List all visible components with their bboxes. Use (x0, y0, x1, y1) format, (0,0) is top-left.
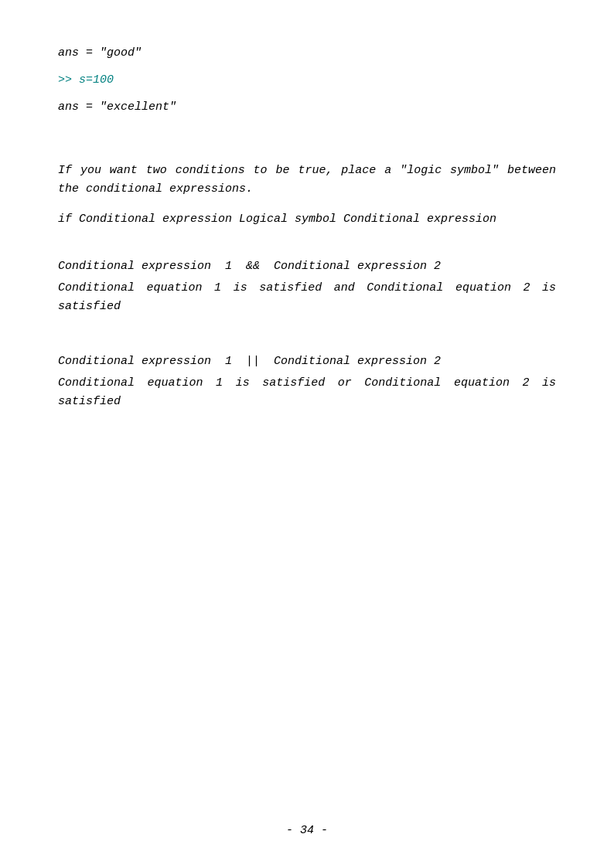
page: ans = "good" >> s=100 ans = "excellent" … (0, 0, 614, 868)
and-operator-row: Conditional expression 1 && Conditional … (58, 260, 556, 273)
prompt-line: >> s=100 (58, 73, 556, 87)
and-expression-text: Conditional expression 1 && Conditional … (58, 260, 441, 273)
syntax-text: if Conditional expression Logical symbol… (58, 213, 496, 226)
or-description: Conditional equation 1 is satisfied or C… (58, 374, 556, 411)
ans-good-text: ans = "good" (58, 46, 142, 60)
syntax-line: if Conditional expression Logical symbol… (58, 213, 556, 226)
code-block-1: ans = "good" (58, 46, 556, 60)
and-description: Conditional equation 1 is satisfied and … (58, 279, 556, 316)
ans-good-line: ans = "good" (58, 46, 556, 60)
code-block-3: ans = "excellent" (58, 100, 556, 114)
or-desc-text: Conditional equation 1 is satisfied or C… (58, 376, 556, 408)
explanation-paragraph: If you want two conditions to be true, p… (58, 162, 556, 199)
or-operator-section: Conditional expression 1 || Conditional … (58, 355, 556, 411)
ans-excellent-line: ans = "excellent" (58, 100, 556, 114)
or-operator-row: Conditional expression 1 || Conditional … (58, 355, 556, 368)
and-operator-section: Conditional expression 1 && Conditional … (58, 260, 556, 316)
page-number: - 34 - (286, 824, 328, 837)
code-block-2: >> s=100 (58, 73, 556, 87)
or-expression-text: Conditional expression 1 || Conditional … (58, 355, 441, 368)
and-desc-text: Conditional equation 1 is satisfied and … (58, 281, 556, 313)
